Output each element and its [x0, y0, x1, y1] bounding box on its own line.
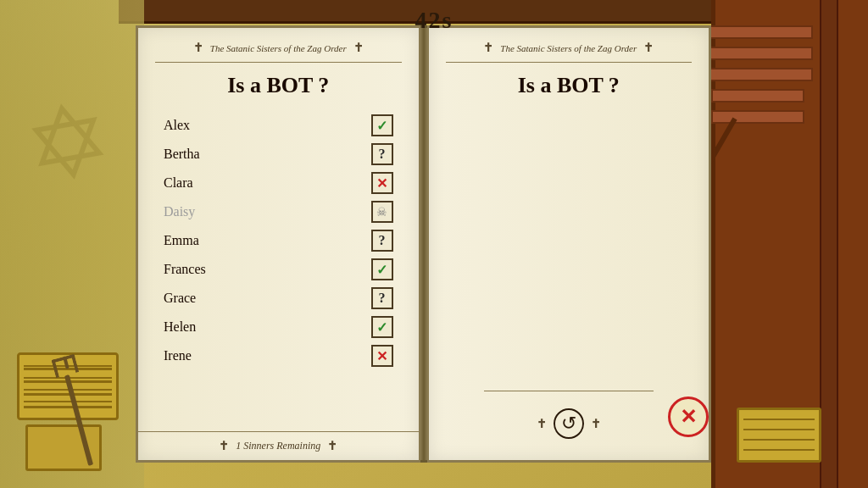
cross-icon-footer-right: ✝ — [327, 439, 337, 453]
page-right-subtitle: The Satanic Sisters of the Zag Order — [500, 43, 637, 53]
status-icon: ? — [379, 233, 386, 248]
status-box: ✓ — [371, 316, 393, 338]
name-text: Alex — [164, 118, 190, 133]
status-icon: ✕ — [376, 348, 387, 364]
cross-icon-rf2: ✝ — [591, 417, 601, 431]
status-box: ✓ — [371, 114, 393, 136]
page-right-title: Is a BOT ? — [446, 73, 693, 98]
refresh-icon[interactable]: ↺ — [554, 408, 584, 439]
cross-icon-right: ✝ — [483, 41, 493, 55]
status-box: ☠ — [371, 201, 393, 223]
hay-bale-right — [737, 408, 821, 463]
name-text: Daisy — [164, 204, 195, 219]
status-icon: ? — [379, 147, 386, 162]
status-box: ? — [371, 230, 393, 252]
cross-icon-footer-left: ✝ — [219, 439, 229, 453]
list-item[interactable]: Alex ✓ — [155, 111, 402, 140]
status-icon: ? — [379, 291, 386, 306]
list-item[interactable]: Daisy ☠ — [155, 197, 402, 226]
status-icon: ✕ — [376, 175, 387, 191]
page-right-header: ✝ The Satanic Sisters of the Zag Order ✝ — [446, 36, 693, 63]
cross-icon-left: ✝ — [193, 41, 203, 55]
status-box: ? — [371, 287, 393, 309]
list-item[interactable]: Clara ✕ — [155, 169, 402, 197]
list-item[interactable]: Emma ? — [155, 226, 402, 255]
page-left-header: ✝ The Satanic Sisters of the Zag Order ✝ — [155, 36, 402, 63]
page-left: ✝ The Satanic Sisters of the Zag Order ✝… — [136, 25, 420, 463]
page-right-footer-icons: ✝ ↺ ✝ — [537, 408, 601, 439]
status-icon: ✓ — [376, 118, 387, 134]
status-box: ✕ — [371, 345, 393, 367]
name-text: Irene — [164, 348, 192, 363]
name-text: Clara — [164, 175, 193, 191]
close-button[interactable]: ✕ — [668, 396, 709, 437]
page-left-footer: ✝ 1 Sinners Remaining ✝ — [138, 431, 419, 460]
status-icon: ✓ — [376, 262, 387, 278]
name-text: Emma — [164, 233, 199, 248]
book-spine — [420, 25, 427, 463]
status-box: ? — [371, 143, 393, 165]
status-icon: ☠ — [376, 205, 387, 219]
list-item[interactable]: Bertha ? — [155, 140, 402, 169]
page-right-footer-inner: ✝ ↺ ✝ — [484, 391, 654, 439]
name-text: Bertha — [164, 147, 200, 162]
name-text: Grace — [164, 291, 196, 306]
name-text: Frances — [164, 262, 206, 277]
page-right: ✝ The Satanic Sisters of the Zag Order ✝… — [427, 25, 712, 463]
x-icon: ✕ — [680, 407, 697, 427]
page-left-subtitle: The Satanic Sisters of the Zag Order — [210, 43, 347, 53]
list-item[interactable]: Helen ✓ — [155, 313, 402, 341]
footer-text: 1 Sinners Remaining — [236, 440, 320, 452]
cross-icon-rf1: ✝ — [537, 417, 547, 431]
cross-icon-left2: ✝ — [353, 41, 364, 55]
cross-icon-right2: ✝ — [643, 41, 654, 55]
name-list: Alex ✓ Bertha ? Clara ✕ Daisy ☠ Emma ? — [155, 111, 402, 370]
list-item[interactable]: Irene ✕ — [155, 341, 402, 370]
book: ✝ The Satanic Sisters of the Zag Order ✝… — [136, 25, 711, 463]
list-item[interactable]: Grace ? — [155, 284, 402, 313]
list-item[interactable]: Frances ✓ — [155, 255, 402, 284]
status-box: ✓ — [371, 258, 393, 280]
name-text: Helen — [164, 319, 196, 335]
page-left-title: Is a BOT ? — [155, 73, 402, 98]
status-box: ✕ — [371, 172, 393, 194]
timer: 42s — [415, 7, 453, 34]
page-right-footer: ✝ ↺ ✝ — [429, 391, 709, 439]
status-icon: ✓ — [376, 319, 387, 336]
